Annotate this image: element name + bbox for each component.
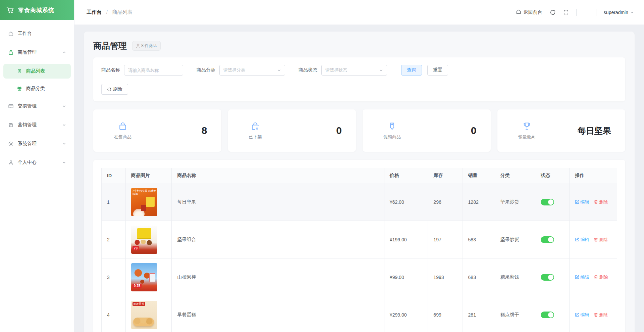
cell-price: ¥299.00	[384, 296, 428, 332]
query-button[interactable]: 查询	[401, 65, 422, 76]
reset-button[interactable]: 重置	[427, 65, 448, 76]
edit-button[interactable]: 编辑	[575, 312, 589, 318]
refresh-icon	[107, 87, 111, 92]
refresh-button[interactable]: 刷新	[101, 84, 128, 95]
bag-down-icon	[251, 122, 260, 131]
stat-label: 在售商品	[114, 134, 131, 140]
breadcrumb: 工作台 / 商品列表	[87, 9, 132, 15]
refresh-icon[interactable]	[550, 9, 556, 15]
cell-name: 山楂果棒	[172, 258, 384, 296]
sidebar-item-workbench[interactable]: 工作台	[3, 26, 71, 41]
category-select[interactable]: 请选择分类	[219, 65, 285, 76]
cell-name: 每日坚果	[172, 183, 384, 221]
divider	[596, 9, 596, 16]
cell-price: ¥62.00	[384, 183, 428, 221]
status-toggle[interactable]	[541, 274, 554, 281]
product-name-input[interactable]	[124, 65, 183, 76]
chevron-down-icon	[630, 10, 634, 15]
sidebar-item-marketing-mgmt[interactable]: 营销管理	[3, 117, 71, 132]
col-header-stock: 库存	[428, 168, 463, 183]
sidebar-item-product-mgmt[interactable]: 商品管理	[3, 45, 71, 60]
cell-category: 坚果炒货	[495, 183, 535, 221]
back-to-front-button[interactable]: 返回前台	[516, 9, 542, 15]
status-select[interactable]: 请选择状态	[321, 65, 387, 76]
product-image[interactable]: 9.75	[131, 263, 157, 291]
user-menu[interactable]: superadmin	[604, 10, 634, 15]
stat-value: 每日坚果	[578, 125, 611, 136]
top-bar: 工作台 / 商品列表 返回前台 superadmin	[74, 0, 644, 25]
delete-button[interactable]: 删除	[594, 237, 608, 243]
product-image[interactable]: 79	[131, 226, 157, 254]
stat-label: 已下架	[249, 134, 262, 140]
cell-image: 9.75	[125, 258, 172, 296]
cell-category: 糖果蜜饯	[495, 258, 535, 296]
stat-value: 0	[336, 125, 342, 136]
cell-actions: 编辑 删除	[570, 258, 617, 296]
sidebar-item-system-mgmt[interactable]: 系统管理	[3, 136, 71, 151]
product-image[interactable]: 浓浓蛋香	[131, 301, 157, 329]
home-icon	[516, 9, 521, 15]
cell-stock: 699	[428, 296, 463, 332]
edit-button[interactable]: 编辑	[575, 199, 589, 205]
cell-status	[535, 258, 570, 296]
stat-card-top-sales: 销量最高 每日坚果	[497, 109, 626, 152]
status-toggle[interactable]	[541, 199, 554, 205]
trophy-icon	[522, 122, 532, 131]
sidebar-item-trade-mgmt[interactable]: 交易管理	[3, 99, 71, 113]
edit-button[interactable]: 编辑	[575, 237, 589, 243]
sidebar-item-label: 系统管理	[18, 141, 37, 147]
delete-button[interactable]: 删除	[594, 312, 608, 318]
chevron-down-icon	[62, 142, 66, 146]
product-image[interactable]: 7小包独立装 原味无添加	[131, 188, 157, 216]
product-table-card: ID 商品图片 商品名称 价格 库存 销量 分类 状态 操作 1 7小包独立装 …	[93, 160, 625, 332]
cell-price: ¥199.00	[384, 221, 428, 258]
delete-button[interactable]: 删除	[594, 199, 608, 205]
cart-icon	[6, 6, 14, 15]
stat-label: 促销商品	[383, 134, 401, 140]
status-select-placeholder: 请选择状态	[325, 67, 347, 73]
cell-id: 3	[102, 258, 126, 296]
stat-value: 0	[471, 125, 477, 136]
sidebar-item-product-list[interactable]: 商品列表	[3, 64, 71, 79]
username: superadmin	[604, 10, 628, 15]
delete-button[interactable]: 删除	[594, 274, 608, 280]
breadcrumb-root[interactable]: 工作台	[87, 9, 102, 15]
gift-icon	[8, 122, 14, 128]
cell-id: 4	[102, 296, 126, 332]
credit-card-icon	[8, 103, 14, 109]
sidebar-item-label: 个人中心	[18, 159, 37, 165]
home-icon	[8, 31, 14, 37]
sidebar-item-product-category[interactable]: 商品分类	[3, 81, 71, 96]
stat-cards: 在售商品 8 已下架 0 促销商品 0	[93, 109, 625, 152]
table-row: 2 79 坚果组合 ¥199.00 197 583 坚果炒货 编辑 删除	[102, 221, 617, 258]
category-filter-label: 商品分类	[197, 67, 215, 73]
table-header-row: ID 商品图片 商品名称 价格 库存 销量 分类 状态 操作	[102, 168, 617, 183]
category-select-placeholder: 请选择分类	[223, 67, 245, 73]
cell-stock: 1993	[428, 258, 463, 296]
status-toggle[interactable]	[541, 236, 554, 243]
breadcrumb-separator: /	[106, 9, 108, 15]
chevron-down-icon	[277, 68, 281, 72]
chevron-up-icon	[62, 50, 66, 54]
chevron-down-icon	[62, 123, 66, 127]
cell-status	[535, 296, 570, 332]
cell-category: 糕点饼干	[495, 296, 535, 332]
user-icon	[8, 160, 14, 165]
app-logo: 零食商城系统	[0, 0, 74, 20]
cell-status	[535, 221, 570, 258]
status-toggle[interactable]	[541, 312, 554, 318]
main-content: 商品管理 共 8 件商品 商品名称 商品分类 请选择分类 商品状态	[74, 25, 644, 332]
col-header-category: 分类	[495, 168, 535, 183]
fullscreen-icon[interactable]	[563, 9, 569, 15]
table-row: 1 7小包独立装 原味无添加 每日坚果 ¥62.00 296 1282 坚果炒货…	[102, 183, 617, 221]
cell-stock: 197	[428, 221, 463, 258]
cell-name: 早餐蛋糕	[172, 296, 384, 332]
refresh-button-label: 刷新	[113, 86, 122, 92]
cell-sales: 1282	[463, 183, 495, 221]
edit-button[interactable]: 编辑	[575, 274, 589, 280]
cell-status	[535, 183, 570, 221]
sidebar: 零食商城系统 工作台 商品管理 商品列表 商品分类 交易管理 营销管理	[0, 0, 74, 332]
sidebar-item-personal-center[interactable]: 个人中心	[3, 155, 71, 170]
filter-panel: 商品名称 商品分类 请选择分类 商品状态 请选择状态 查询 重置	[93, 57, 625, 101]
chevron-down-icon	[62, 104, 66, 108]
